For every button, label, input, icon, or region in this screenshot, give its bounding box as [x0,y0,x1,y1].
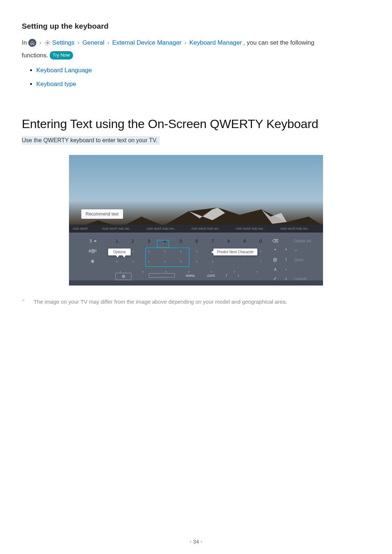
key-3[interactable]: 3 [141,238,157,244]
suggestion-bar: Auto word Auto word Auto wo... Auto word… [69,225,323,233]
key-com[interactable]: .com [206,273,215,278]
key-star[interactable]: * [283,248,289,253]
key-caret[interactable]: ^ [272,248,278,253]
key[interactable]: ● [132,270,155,274]
svg-point-0 [47,42,48,44]
para-line2: functions. Try Now [22,50,370,60]
breadcrumb-general[interactable]: General [82,38,104,48]
key-7[interactable]: 7 [205,238,221,244]
page-number: - 34 - [0,538,392,545]
key-2[interactable]: 2 [125,238,141,244]
done-button[interactable]: Done [294,258,303,262]
key-0[interactable]: 0 [253,238,269,244]
text-in: In [22,38,27,48]
breadcrumb-settings[interactable]: Settings [52,38,74,48]
keyboard-panel: ⇧⇄ #@! ⊕ 1 2 3 4 5 6 7 8 9 0 [69,233,323,286]
lead-text: Use the QWERTY keyboard to enter text on… [22,136,160,145]
key[interactable]: ? [253,259,269,263]
gear-icon [44,40,51,46]
options-popup[interactable]: Options [108,249,131,255]
suggestion-item[interactable]: Auto word [73,227,87,230]
recommend-text-popup[interactable]: Recommend text [81,209,123,219]
text-tail: , you can set the following [243,38,314,48]
key-excl[interactable]: ! [283,257,289,262]
key-www[interactable]: www. [186,273,195,278]
key[interactable]: ● [125,259,141,263]
suggestion-item[interactable]: Auto word Auto wo... [280,227,310,230]
suggestion-item[interactable]: Auto word Auto wo... [146,227,176,230]
key[interactable]: ● [205,259,221,263]
key[interactable]: ● [177,270,200,274]
key-left-arrow[interactable]: ‹ [238,273,239,278]
enter-key[interactable]: ↵ [294,248,297,253]
note-text: The image on your TV may differ from the… [34,299,287,305]
key-dash[interactable]: - [283,267,289,272]
backspace-key[interactable]: ⌫ [272,238,278,243]
key[interactable]: ● [155,270,177,274]
key[interactable]: ● [109,259,125,263]
key-8[interactable]: 8 [221,238,237,244]
key-6[interactable]: 6 [189,238,205,244]
option-keyboard-language[interactable]: Keyboard Language [36,67,92,74]
option-keyboard-type[interactable]: Keyboard type [36,81,76,87]
highlight-box [145,247,189,267]
shift-key[interactable]: ⇧⇄ [89,238,97,244]
chevron-icon: › [39,38,41,48]
key-5[interactable]: 5 [173,238,189,244]
breadcrumb-paragraph: In › Settings › General › External Devic… [22,38,370,48]
breadcrumb-keyboard-manager[interactable]: Keyboard Manager [189,38,242,48]
predict-popup[interactable]: Predict Next Character [213,249,257,255]
suggestion-item[interactable]: Auto word Auto wo... [102,227,132,230]
highlight-box [157,240,169,248]
symbols-key[interactable]: #@! [89,248,97,254]
chevron-icon: › [77,38,79,48]
chevron-icon: › [107,38,109,48]
keyboard-settings-button[interactable]: ⚙ [115,273,131,280]
key[interactable]: ● [189,249,205,253]
key[interactable]: ● [223,270,246,274]
keyboard-right-column: ⌫Delete All ^*↵ @!Done ∧- ✓›Cancel [272,237,312,283]
breadcrumb-external-device-manager[interactable]: External Device Manager [112,38,181,48]
tv-screenshot: Recommend text Auto word Auto word Auto … [69,155,323,286]
text-functions: functions. [22,50,48,60]
chevron-icon: › [184,38,187,48]
key[interactable]: , [221,259,237,263]
home-icon [28,39,36,47]
list-item: Keyboard type [36,81,370,88]
footnote: " The image on your TV may differ from t… [22,299,370,305]
key[interactable]: ● [200,270,223,274]
keyboard-left-column: ⇧⇄ #@! ⊕ [80,237,105,283]
key-up[interactable]: ∧ [272,267,278,272]
section-heading: Setting up the keyboard [22,22,370,30]
key[interactable]: . [237,259,253,263]
bottom-hint-bar [69,280,323,286]
delete-all-button[interactable]: Delete All [294,239,311,243]
key-9[interactable]: 9 [237,238,253,244]
key-at[interactable]: @ [272,257,278,262]
spacebar-row: www. .com / ‹ [149,273,239,278]
tv-frame: Recommend text Auto word Auto word Auto … [69,155,323,286]
spacebar-key[interactable] [149,273,175,278]
number-row: 1 2 3 4 5 6 7 8 9 0 [109,237,269,245]
list-item: Keyboard Language [36,67,370,74]
try-now-button[interactable]: Try Now [50,51,73,59]
key-slash[interactable]: / [226,273,227,278]
suggestion-item[interactable]: Auto word Auto wo... [191,227,221,230]
key-1[interactable]: 1 [109,238,125,244]
note-icon: " [22,299,24,305]
globe-key[interactable]: ⊕ [91,258,94,264]
key[interactable]: ● [189,259,205,263]
key[interactable]: ● [246,270,269,274]
options-list: Keyboard Language Keyboard type [22,67,370,88]
suggestion-item[interactable]: Auto word Auto wo... [236,227,266,230]
page-title: Entering Text using the On-Screen QWERTY… [22,117,370,131]
